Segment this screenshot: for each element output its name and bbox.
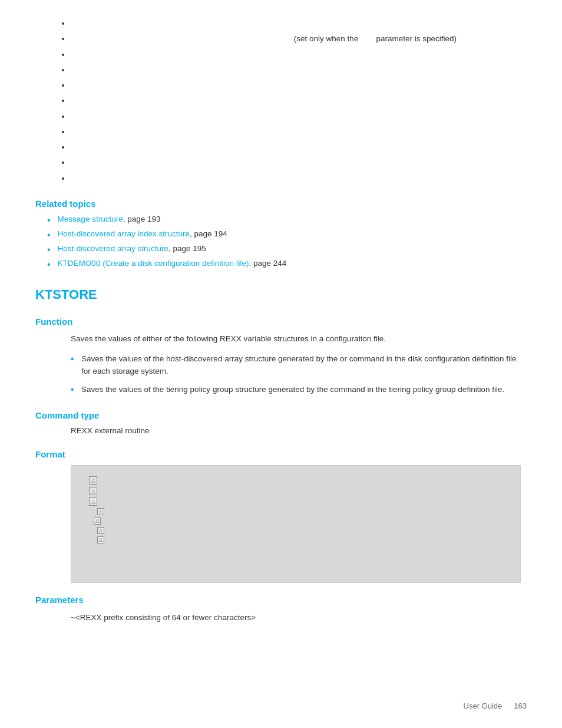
ktstore-heading: KTSTORE xyxy=(35,287,527,302)
command-type-value: REXX external routine xyxy=(71,426,527,435)
delta-icon: △ xyxy=(89,476,97,485)
list-item xyxy=(71,18,527,29)
list-item: Saves the values of the tiering policy g… xyxy=(71,384,527,396)
related-topics-heading: Related topics xyxy=(35,199,527,209)
list-item xyxy=(71,49,527,61)
inline-note: (set only when the parameter is specifie… xyxy=(71,34,457,43)
format-row: △ xyxy=(89,487,508,495)
page-footer: User Guide 163 xyxy=(464,701,527,710)
related-link[interactable]: Host-discovered array index structure xyxy=(58,229,190,238)
list-item xyxy=(71,111,527,123)
parameters-heading: Parameters xyxy=(35,595,527,605)
delta-icon: △ xyxy=(89,498,97,506)
related-link[interactable]: KTDEMO00 (Create a disk configuration de… xyxy=(58,259,249,268)
list-item xyxy=(71,64,527,76)
function-section: Function Saves the values of either of t… xyxy=(35,317,527,396)
function-heading: Function xyxy=(35,317,527,327)
list-item: (set only when the parameter is specifie… xyxy=(71,33,527,45)
related-suffix: , page 195 xyxy=(168,244,206,253)
list-item xyxy=(71,80,527,91)
footer-page: 163 xyxy=(514,701,527,710)
delta-icon: △ xyxy=(97,508,104,515)
list-item xyxy=(71,173,527,185)
function-body: Saves the values of either of the follow… xyxy=(71,332,527,345)
command-type-heading: Command type xyxy=(35,410,527,420)
function-bullets: Saves the values of the host-discovered … xyxy=(35,353,527,396)
footer-label: User Guide xyxy=(464,701,503,710)
list-item: Host-discovered array structure, page 19… xyxy=(47,244,527,255)
command-type-section: Command type REXX external routine xyxy=(35,410,527,435)
delta-icon: △ xyxy=(94,518,101,525)
format-row: △ xyxy=(89,476,508,485)
format-row: △ xyxy=(89,508,508,515)
delta-icon: △ xyxy=(97,536,104,543)
list-item: KTDEMO00 (Create a disk configuration de… xyxy=(47,259,527,270)
delta-icon: △ xyxy=(89,487,97,495)
related-topics-list: Message structure, page 193 Host-discove… xyxy=(35,215,527,271)
related-link[interactable]: Host-discovered array structure xyxy=(58,244,168,253)
related-suffix: , page 244 xyxy=(249,259,287,268)
related-suffix: , page 193 xyxy=(123,215,161,223)
list-item: Host-discovered array index structure, p… xyxy=(47,229,527,241)
list-item xyxy=(71,157,527,169)
list-item xyxy=(71,95,527,107)
format-row: △ xyxy=(89,498,508,506)
format-row: △ xyxy=(89,518,508,525)
top-bullet-list: (set only when the parameter is specifie… xyxy=(35,18,527,185)
list-item xyxy=(71,141,527,153)
list-item xyxy=(71,126,527,138)
format-box: △ △ △ △ △ △ △ xyxy=(71,465,521,583)
parameters-text: ~<REXX prefix consisting of 64 or fewer … xyxy=(71,613,527,622)
related-suffix: , page 194 xyxy=(190,229,227,238)
list-item: Message structure, page 193 xyxy=(47,215,527,226)
format-heading: Format xyxy=(35,449,527,459)
format-row: △ xyxy=(89,536,508,543)
related-link[interactable]: Message structure xyxy=(58,215,123,223)
list-item: Saves the values of the host-discovered … xyxy=(71,353,527,378)
related-topics-section: Related topics Message structure, page 1… xyxy=(35,199,527,271)
format-section: Format △ △ △ △ △ △ △ xyxy=(35,449,527,583)
format-row: △ xyxy=(89,527,508,534)
parameters-section: Parameters ~<REXX prefix consisting of 6… xyxy=(35,595,527,622)
delta-icon: △ xyxy=(97,527,104,534)
